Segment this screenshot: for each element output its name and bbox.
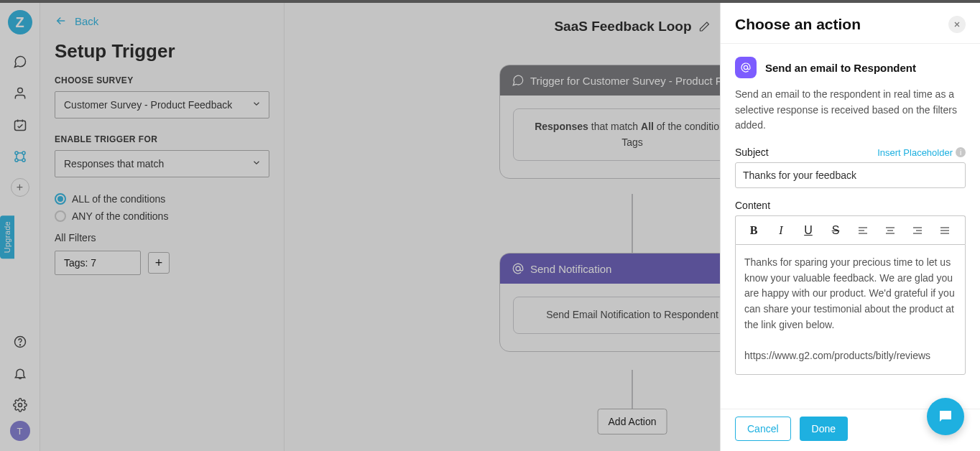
- chevron-down-icon: [251, 158, 262, 170]
- workflow-icon: [13, 149, 27, 164]
- chat-icon: [512, 74, 524, 87]
- help-icon: [13, 335, 27, 349]
- close-button[interactable]: [948, 16, 966, 33]
- setup-panel: Back Setup Trigger CHOOSE SURVEY Custome…: [40, 3, 285, 451]
- trigger-match-value: Responses that match: [64, 158, 164, 169]
- nav-settings[interactable]: [6, 391, 34, 419]
- user-avatar[interactable]: T: [10, 421, 30, 441]
- svg-rect-1: [14, 121, 25, 130]
- trigger-match-select[interactable]: Responses that match: [55, 150, 269, 177]
- radio-any-label: ANY of the conditions: [72, 210, 168, 222]
- radio-icon: [55, 193, 66, 205]
- action-description: Send an email to the respondent in real …: [735, 87, 966, 134]
- bell-icon: [13, 366, 27, 381]
- cancel-button[interactable]: Cancel: [735, 417, 791, 441]
- svg-point-10: [744, 65, 747, 69]
- nav-workflows[interactable]: [6, 142, 34, 171]
- svg-point-9: [516, 266, 520, 271]
- close-icon: [953, 20, 961, 29]
- app-logo: Z: [8, 10, 32, 34]
- radio-icon: [55, 210, 66, 222]
- chat-icon: [13, 55, 27, 69]
- insert-placeholder-link[interactable]: Insert Placeholder i: [877, 147, 966, 158]
- italic-button[interactable]: I: [767, 217, 795, 244]
- all-filters-label: All Filters: [55, 232, 269, 243]
- svg-point-5: [22, 159, 24, 162]
- svg-point-7: [19, 345, 20, 345]
- svg-point-4: [14, 159, 17, 162]
- chat-bubble-icon: [937, 408, 954, 425]
- trigger-node-title: Trigger for Customer Survey - Product Fe…: [530, 75, 740, 87]
- subject-label: Subject: [735, 147, 769, 158]
- survey-select-value: Customer Survey - Product Feedback: [64, 99, 232, 111]
- chevron-down-icon: [251, 99, 262, 111]
- bold-button[interactable]: B: [740, 217, 767, 244]
- nav-contacts[interactable]: [6, 79, 34, 108]
- svg-point-2: [14, 152, 17, 154]
- survey-select[interactable]: Customer Survey - Product Feedback: [55, 91, 269, 118]
- user-icon: [13, 86, 27, 101]
- nav-calendar[interactable]: [6, 111, 34, 139]
- nav-notifications[interactable]: [6, 359, 34, 388]
- add-filter-button[interactable]: +: [148, 252, 170, 274]
- subject-input[interactable]: [735, 162, 966, 188]
- svg-point-8: [18, 404, 22, 407]
- radio-all-conditions[interactable]: ALL of the conditions: [55, 193, 269, 205]
- calendar-check-icon: [13, 118, 27, 132]
- nav-help[interactable]: [6, 327, 34, 356]
- align-justify-button[interactable]: [931, 217, 958, 244]
- connector-line: [632, 194, 633, 253]
- upgrade-tab[interactable]: Upgrade: [0, 215, 14, 259]
- connector-line: [632, 370, 633, 409]
- align-left-button[interactable]: [849, 217, 877, 244]
- strikethrough-button[interactable]: S: [822, 217, 849, 244]
- workflow-title-row: SaaS Feedback Loop: [554, 19, 710, 34]
- arrow-left-icon: [55, 14, 68, 27]
- at-icon: [512, 262, 524, 275]
- action-name: Send an email to Respondent: [765, 62, 916, 74]
- svg-point-3: [22, 152, 24, 154]
- info-icon: i: [956, 147, 966, 157]
- choose-survey-label: CHOOSE SURVEY: [55, 75, 269, 85]
- filter-tag[interactable]: Tags: 7: [55, 251, 141, 275]
- back-button[interactable]: Back: [55, 14, 269, 27]
- radio-all-label: ALL of the conditions: [72, 193, 165, 205]
- action-drawer: Choose an action Send an email to Respon…: [720, 3, 980, 451]
- done-button[interactable]: Done: [800, 417, 848, 441]
- at-icon: [735, 57, 757, 78]
- gear-icon: [13, 398, 27, 412]
- workflow-title: SaaS Feedback Loop: [554, 19, 691, 34]
- add-action-button[interactable]: Add Action: [598, 409, 667, 434]
- underline-button[interactable]: U: [795, 217, 822, 244]
- align-right-button[interactable]: [904, 217, 931, 244]
- radio-any-conditions[interactable]: ANY of the conditions: [55, 210, 269, 222]
- trigger-node-body: Responses that match All of the conditio…: [513, 108, 752, 161]
- svg-point-0: [17, 88, 22, 93]
- nav-surveys[interactable]: [6, 47, 34, 76]
- enable-trigger-label: ENABLE TRIGGER FOR: [55, 134, 269, 144]
- align-center-button[interactable]: [877, 217, 904, 244]
- content-label: Content: [735, 200, 966, 211]
- nav-add[interactable]: +: [11, 178, 29, 197]
- back-label: Back: [75, 15, 98, 27]
- drawer-title: Choose an action: [735, 16, 861, 33]
- intercom-launcher[interactable]: [927, 398, 964, 435]
- edit-icon[interactable]: [699, 21, 711, 32]
- content-editor[interactable]: Thanks for sparing your precious time to…: [735, 244, 966, 375]
- setup-title: Setup Trigger: [55, 40, 269, 62]
- editor-toolbar: B I U S: [735, 215, 966, 244]
- action-node-body: Send Email Notification to Respondent: [513, 297, 752, 334]
- action-node-title: Send Notification: [530, 263, 611, 275]
